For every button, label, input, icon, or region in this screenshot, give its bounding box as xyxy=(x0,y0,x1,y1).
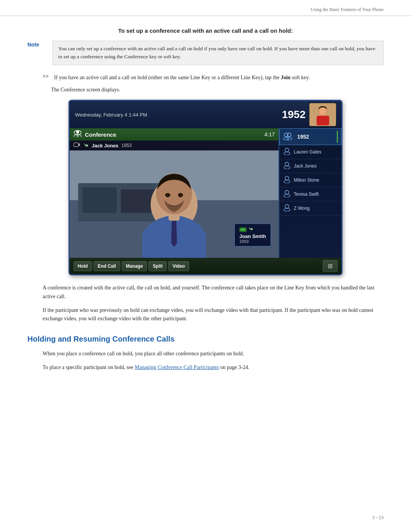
body-para-2: If the participant who was previously on… xyxy=(27,306,384,323)
video-button[interactable]: Video xyxy=(168,261,189,271)
note-box: You can only set up a conference with an… xyxy=(53,41,384,65)
joan-smith-name: Joan Smith xyxy=(239,233,266,239)
svg-point-3 xyxy=(319,107,326,115)
contact-milton-name: Milton Stone xyxy=(294,177,338,183)
svg-point-23 xyxy=(284,137,289,140)
contact-group-icon xyxy=(283,132,293,142)
avatar-corner xyxy=(309,103,336,126)
page-footer: 3 - 23 xyxy=(372,514,384,521)
svg-point-26 xyxy=(284,152,290,155)
joan-smith-overlay: HD Joan Smith 1959 xyxy=(234,224,271,246)
arrow-symbol: >> xyxy=(43,73,51,82)
svg-rect-2 xyxy=(317,116,329,125)
contact-icon-wong xyxy=(282,204,292,213)
instruction-text: If you have an active call and a call on… xyxy=(54,73,310,82)
phone-right-panel: 1952 Lauren Gates xyxy=(279,128,341,258)
contact-teresa-name: Teresa Swift xyxy=(294,192,338,197)
joan-smith-number: 1959 xyxy=(239,239,266,244)
chapter-heading: Holding and Resuming Conference Calls xyxy=(27,335,384,343)
phone-number-display: 1952 xyxy=(282,109,306,121)
main-content: To set up a conference call with an acti… xyxy=(0,16,411,393)
svg-rect-9 xyxy=(74,143,78,147)
phone-icon xyxy=(83,142,89,149)
contact-z-wong[interactable]: Z Wong xyxy=(279,201,341,216)
svg-point-6 xyxy=(76,130,79,133)
svg-point-30 xyxy=(284,180,290,183)
svg-point-25 xyxy=(285,148,289,152)
phone-screenshot: Wednesday, February 4 1:44 PM 1952 xyxy=(68,100,342,275)
conference-label: Conference xyxy=(85,131,261,138)
phone-date: Wednesday, February 4 1:44 PM xyxy=(75,112,282,118)
instruction-para: >> If you have an active call and a call… xyxy=(27,73,384,82)
video-area: HD Joan Smith 1959 xyxy=(70,150,279,258)
header-text: Using the Basic Features of Your Phone xyxy=(311,7,384,13)
contact-icon-teresa xyxy=(282,190,292,199)
phone-body: Conference 4:17 xyxy=(70,128,341,258)
grid-icon: ⊞ xyxy=(323,260,338,272)
hd-badge: HD xyxy=(239,227,247,232)
contact-teresa-swift[interactable]: Teresa Swift xyxy=(279,187,341,201)
contact-wong-name: Z Wong xyxy=(294,206,338,211)
split-button[interactable]: Split xyxy=(148,261,167,271)
svg-point-20 xyxy=(178,193,183,197)
contact-jack-name: Jack Jones xyxy=(294,163,338,169)
camera-icon xyxy=(73,142,80,149)
contact-icon-milton xyxy=(282,176,292,185)
svg-point-28 xyxy=(284,166,290,169)
hold-button[interactable]: Hold xyxy=(73,261,92,271)
body-para-4: To place a specific participant on hold,… xyxy=(27,363,384,372)
jack-jones-bar: Jack Jones 1953 xyxy=(70,141,279,150)
contact-1952-number: 1952 xyxy=(295,132,311,141)
end-call-button[interactable]: End Call xyxy=(94,261,120,271)
svg-point-32 xyxy=(284,194,290,197)
contact-milton-stone[interactable]: Milton Stone xyxy=(279,173,341,187)
jack-jones-name: Jack Jones xyxy=(92,143,118,149)
instruction-bold: Join xyxy=(281,75,291,80)
contact-lauren-name: Lauren Gates xyxy=(294,149,338,155)
svg-point-24 xyxy=(287,137,292,140)
svg-point-8 xyxy=(77,135,81,137)
joan-phone-icon xyxy=(249,226,253,233)
para4-prefix: To place a specific participant on hold,… xyxy=(43,364,135,370)
body-para-3: When you place a conference call on hold… xyxy=(27,350,384,358)
phone-buttons: Hold End Call Manage Split Video ⊞ xyxy=(70,258,341,274)
contact-jack-jones[interactable]: Jack Jones xyxy=(279,159,341,173)
active-border-indicator xyxy=(337,131,338,143)
phone-left-panel: Conference 4:17 xyxy=(70,128,279,258)
conference-icon xyxy=(73,130,82,139)
contact-lauren-gates[interactable]: Lauren Gates xyxy=(279,145,341,159)
conference-time: 4:17 xyxy=(264,131,275,137)
svg-point-34 xyxy=(284,208,290,211)
managing-link[interactable]: Managing Conference Call Participants xyxy=(135,364,219,370)
svg-point-19 xyxy=(165,193,170,197)
manage-button[interactable]: Manage xyxy=(122,261,147,271)
phone-topbar: Wednesday, February 4 1:44 PM 1952 xyxy=(70,101,341,128)
instruction-text1: If you have an active call and a call on… xyxy=(54,75,281,80)
instruction-text2: soft key. xyxy=(290,75,310,80)
conference-bar: Conference 4:17 xyxy=(70,128,279,141)
page-header: Using the Basic Features of Your Phone xyxy=(0,0,411,16)
svg-rect-15 xyxy=(121,190,155,213)
para4-suffix: on page 3-24. xyxy=(219,364,249,370)
svg-rect-14 xyxy=(83,187,117,213)
contact-1952[interactable]: 1952 xyxy=(279,128,341,145)
svg-point-33 xyxy=(285,204,289,208)
sub-para: The Conference screen displays. xyxy=(27,86,384,94)
jack-jones-number: 1953 xyxy=(121,143,132,148)
contact-icon-jack xyxy=(282,161,292,171)
person-photo: HD Joan Smith 1959 xyxy=(70,150,279,258)
note-label: Note xyxy=(27,41,46,65)
svg-point-27 xyxy=(285,162,289,166)
contact-icon-lauren xyxy=(282,147,292,157)
svg-point-29 xyxy=(285,176,289,180)
body-para-1: A conference is created with the active … xyxy=(27,284,384,301)
svg-point-31 xyxy=(285,190,289,194)
section-title: To set up a conference call with an acti… xyxy=(27,27,384,34)
note-container: Note You can only set up a conference wi… xyxy=(27,41,384,65)
page-number: 3 - 23 xyxy=(372,514,384,520)
